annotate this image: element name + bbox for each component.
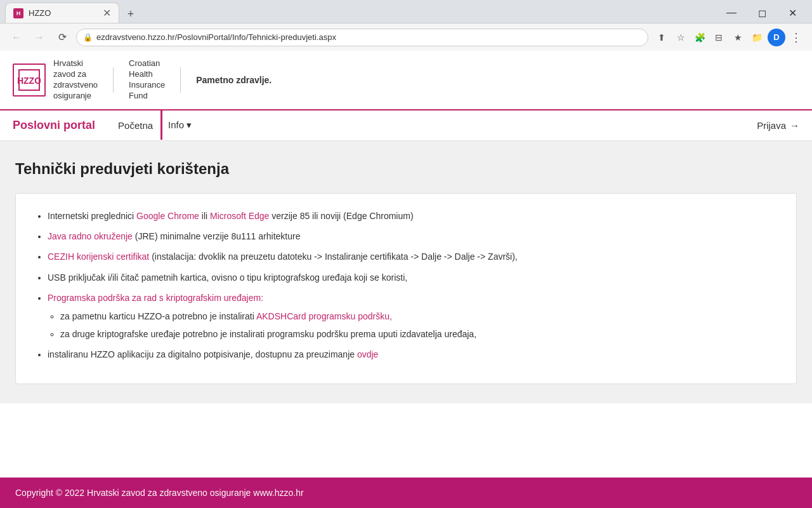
new-tab-button[interactable]: + — [122, 5, 140, 23]
url-text: ezdravstveno.hzzo.hr/PoslovniPortal/Info… — [96, 32, 641, 42]
svg-text:HZZO: HZZO — [18, 76, 41, 86]
chrome-link[interactable]: Google Chrome — [136, 211, 199, 221]
list-item: instaliranu HZZO aplikaciju za digitalno… — [48, 347, 777, 361]
address-bar[interactable]: 🔒 ezdravstveno.hzzo.hr/PoslovniPortal/In… — [76, 29, 648, 46]
list-item: Programska podrška za rad s kriptografsk… — [48, 291, 777, 341]
item-text: ili — [199, 211, 210, 221]
nav-home-link[interactable]: Početna — [110, 111, 160, 140]
address-bar-actions: ⬆ ☆ 🧩 ⊟ ★ 📁 D ⋮ — [653, 28, 804, 47]
forward-button[interactable]: → — [30, 29, 48, 46]
lock-icon: 🔒 — [83, 33, 93, 42]
item-text: verzije 85 ili noviji (Edge Chromium) — [269, 211, 413, 221]
close-button[interactable]: ✕ — [778, 3, 807, 23]
logo-divider — [113, 67, 114, 93]
site-header: HZZO Hrvatskizavod zazdravstvenoosiguran… — [0, 51, 812, 110]
logo-text: Hrvatskizavod zazdravstvenoosiguranje — [53, 58, 98, 102]
browser-chrome: H HZZO ✕ + — ◻ ✕ ← → ⟳ 🔒 ezdravstveno.hz… — [0, 0, 812, 51]
ovdje-link[interactable]: ovdje — [357, 349, 378, 359]
item-text: USB priključak i/ili čitač pametnih kart… — [48, 272, 407, 283]
sublist-item: za pametnu karticu HZZO-a potrebno je in… — [60, 309, 777, 323]
minimize-button[interactable]: — — [717, 3, 746, 23]
item-text: instaliranu HZZO aplikaciju za digitalno… — [48, 349, 357, 359]
list-item: Java radno okruženje (JRE) minimalne ver… — [48, 229, 777, 243]
subitems-list: za pametnu karticu HZZO-a potrebno je in… — [60, 309, 777, 342]
back-button[interactable]: ← — [8, 29, 25, 46]
logo-tagline: Pametno zdravlje. — [196, 75, 272, 85]
login-link[interactable]: Prijava → — [757, 120, 799, 131]
sublist-item: za druge kriptografske uređaje potrebno … — [60, 327, 777, 341]
content-box: Internetski preglednici Google Chrome il… — [15, 193, 797, 384]
profile-button[interactable]: D — [768, 29, 785, 46]
item-text: (instalacija: dvoklik na preuzetu datote… — [149, 251, 517, 262]
item-text: za pametnu karticu HZZO-a potrebno je in… — [60, 311, 256, 321]
logo-icon: HZZO — [13, 64, 46, 97]
browser-menu-button[interactable]: ⋮ — [788, 28, 804, 47]
cezih-link[interactable]: CEZIH korijenski certifikat — [48, 251, 149, 262]
tab-bar: H HZZO ✕ + — ◻ ✕ — [0, 0, 812, 23]
logo-text-croatian: Hrvatskizavod zazdravstvenoosiguranje — [53, 58, 98, 102]
tab-end-controls: — ◻ ✕ — [717, 3, 807, 23]
java-link[interactable]: Java radno okruženje — [48, 231, 133, 241]
nav-bar: Poslovni portal Početna Info ▾ Prijava → — [0, 110, 812, 141]
list-item: CEZIH korijenski certifikat (instalacija… — [48, 250, 777, 264]
portal-title: Poslovni portal — [13, 119, 95, 132]
window-controls: — ◻ ✕ — [717, 3, 807, 23]
site-footer: Copyright © 2022 Hrvatski zavod za zdrav… — [0, 478, 812, 508]
extensions-icon[interactable]: 🧩 — [691, 29, 708, 46]
sidebar-icon[interactable]: ⊟ — [710, 29, 727, 46]
page-title: Tehnički preduvjeti korištenja — [15, 160, 797, 178]
tab-favicon: H — [13, 8, 23, 18]
page-wrapper: HZZO Hrvatskizavod zazdravstvenoosiguran… — [0, 51, 812, 478]
nav-info-chevron: ▾ — [187, 119, 192, 130]
maximize-button[interactable]: ◻ — [747, 3, 776, 23]
login-icon: → — [790, 120, 799, 131]
list-item: Internetski preglednici Google Chrome il… — [48, 209, 777, 223]
item-text: Internetski preglednici — [48, 211, 136, 221]
list-item: USB priključak i/ili čitač pametnih kart… — [48, 271, 777, 284]
address-bar-row: ← → ⟳ 🔒 ezdravstveno.hzzo.hr/PoslovniPor… — [0, 23, 812, 51]
edge-link[interactable]: Microsoft Edge — [210, 211, 269, 221]
item-text: (JRE) minimalne verzije 8u111 arhitektur… — [133, 231, 301, 241]
nav-info-link[interactable]: Info ▾ — [160, 110, 199, 140]
akdsh-link[interactable]: AKDSHCard programsku podršku, — [256, 311, 392, 321]
favorites-icon[interactable]: ★ — [730, 29, 746, 46]
requirements-list: Internetski preglednici Google Chrome il… — [48, 209, 777, 362]
reload-button[interactable]: ⟳ — [53, 29, 71, 46]
logo-text-english: CroatianHealthInsuranceFund — [129, 58, 165, 102]
logo-divider-2 — [180, 67, 181, 93]
bookmark-icon[interactable]: ☆ — [672, 29, 689, 46]
login-label: Prijava — [757, 120, 786, 131]
main-content: Tehnički preduvjeti korištenja Internets… — [0, 141, 812, 403]
programska-link[interactable]: Programska podrška za rad s kriptografsk… — [48, 293, 263, 303]
footer-text: Copyright © 2022 Hrvatski zavod za zdrav… — [15, 488, 304, 498]
nav-info-label: Info — [168, 119, 184, 130]
logo-area: HZZO Hrvatskizavod zazdravstvenoosiguran… — [13, 58, 272, 102]
item-text: za druge kriptografske uređaje potrebno … — [60, 329, 476, 339]
share-icon[interactable]: ⬆ — [653, 29, 670, 46]
tab-title: HZZO — [29, 8, 51, 18]
collections-icon[interactable]: 📁 — [749, 29, 765, 46]
tab-close-button[interactable]: ✕ — [103, 8, 111, 18]
browser-tab[interactable]: H HZZO ✕ — [5, 3, 119, 23]
